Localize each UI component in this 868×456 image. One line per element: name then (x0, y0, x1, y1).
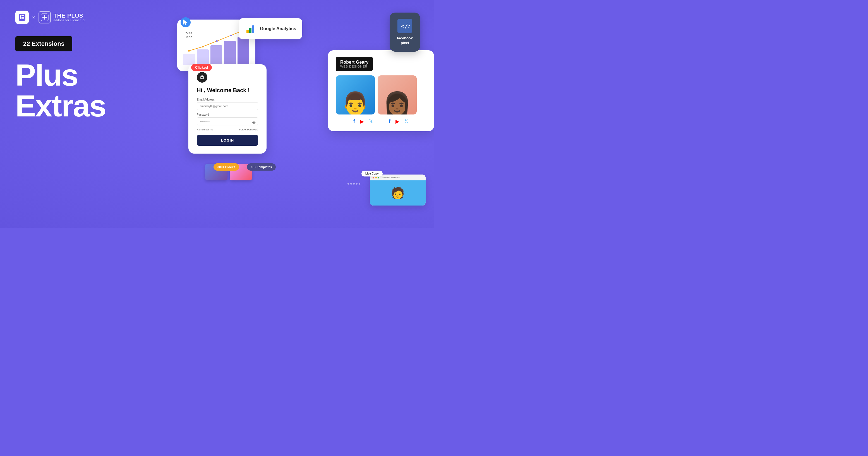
profile-name-tag: Robert Geary WEB DESIGNER (336, 57, 373, 71)
browser-url: www.domain.com (382, 176, 400, 179)
login-card: Hi , Welcome Back ! Email Address Passwo… (188, 64, 267, 154)
svg-rect-1 (20, 16, 21, 19)
forgot-password-link[interactable]: Forgot Password (239, 128, 258, 131)
brand-subtitle: addons for Elementor (54, 19, 86, 22)
google-analytics-card: Google Analytics (239, 18, 302, 39)
live-copy-section: Live Copy www.domain.com 🧑 (370, 175, 426, 206)
profile-name: Robert Geary (340, 60, 368, 65)
chart-bar-4 (224, 41, 236, 65)
login-button[interactable]: LOGIN (197, 135, 258, 146)
clicked-badge: Clicked (191, 64, 212, 71)
facebook-pixel-card: </> facebook pixel (390, 12, 420, 52)
svg-point-17 (216, 40, 218, 42)
dot-red (373, 177, 374, 178)
live-copy-browser: www.domain.com 🧑 (370, 175, 426, 206)
browser-content: 🧑 (370, 180, 426, 206)
profile-role: WEB DESIGNER (340, 65, 368, 68)
plus-logo-icon (38, 11, 51, 24)
facebook-pixel-label: facebook pixel (397, 36, 413, 45)
youtube-icon-1: ▶ (360, 118, 364, 125)
brand-name: THE PLUS (54, 13, 86, 19)
main-title: Plus Extras (16, 60, 106, 121)
facebook-icon-1: f (353, 118, 355, 125)
profile-photo-male: 👨 (336, 75, 375, 115)
chart-bar-3 (211, 45, 222, 65)
twitter-icon-1: 𝕏 (369, 118, 373, 125)
profile-photo-female: 👩🏾 (378, 75, 417, 115)
svg-text:</>: </> (401, 23, 410, 30)
remember-me-label: Remember me (197, 128, 214, 131)
profile-social-row1: f ▶ 𝕏 f ▶ 𝕏 (336, 118, 426, 125)
templates-badge: 18+ Templates (247, 163, 276, 171)
extensions-badge: 22 Extensions (16, 36, 72, 51)
forgot-row: Remember me Forgot Password (197, 128, 258, 131)
facebook-pixel-icon: </> (397, 19, 412, 33)
browser-dots (373, 177, 379, 178)
separator: × (32, 14, 35, 20)
password-wrapper: 👁 (197, 117, 258, 128)
google-analytics-label: Google Analytics (260, 26, 296, 31)
dot-green (378, 177, 379, 178)
svg-point-15 (188, 50, 190, 52)
youtube-icon-2: ▶ (396, 118, 399, 125)
email-label: Email Address (197, 98, 258, 101)
svg-rect-10 (249, 28, 251, 33)
svg-rect-7 (42, 17, 47, 18)
profile-photos: 👨 👩🏾 (336, 75, 426, 115)
elementor-logo (16, 10, 29, 24)
chart-bar-1 (183, 54, 195, 65)
svg-point-18 (230, 35, 231, 36)
title-line1: Plus (16, 60, 106, 90)
svg-rect-9 (246, 30, 249, 33)
plus-logo-text: THE PLUS addons for Elementor (54, 13, 86, 22)
camera-icon (197, 72, 207, 83)
right-section: Google Analytics </> facebook pixel +55 (183, 0, 434, 228)
plus-logo: THE PLUS addons for Elementor (38, 11, 86, 24)
password-eye-icon[interactable]: 👁 (252, 121, 256, 125)
left-content: 22 Extensions Plus Extras (16, 36, 106, 121)
facebook-icon-2: f (389, 118, 391, 125)
live-copy-label: Live Copy (362, 171, 383, 177)
person-in-browser: 🧑 (391, 186, 405, 200)
blocks-badge: 300+ Blocks (214, 163, 239, 171)
email-input[interactable] (197, 102, 258, 110)
password-input[interactable] (197, 117, 258, 125)
svg-rect-11 (252, 25, 254, 33)
live-copy-browser-wrapper: Live Copy www.domain.com 🧑 (370, 175, 426, 206)
svg-point-20 (201, 77, 203, 79)
chart-bar-2 (197, 50, 209, 65)
title-line2: Extras (16, 90, 106, 121)
login-title: Hi , Welcome Back ! (197, 87, 258, 94)
header: × THE PLUS addons for Elementor (16, 10, 86, 24)
google-analytics-icon (245, 23, 256, 34)
password-label: Password (197, 113, 258, 116)
connector (347, 183, 360, 185)
chart-bar-5 (238, 37, 249, 65)
svg-rect-3 (22, 17, 24, 18)
svg-rect-2 (22, 16, 24, 16)
cursor-icon (181, 17, 191, 27)
svg-rect-4 (22, 19, 24, 19)
dot-yellow (375, 177, 377, 178)
svg-point-16 (202, 46, 204, 48)
twitter-icon-2: 𝕏 (404, 118, 409, 125)
profile-card: Robert Geary WEB DESIGNER 👨 👩🏾 f ▶ 𝕏 f ▶… (328, 50, 434, 131)
